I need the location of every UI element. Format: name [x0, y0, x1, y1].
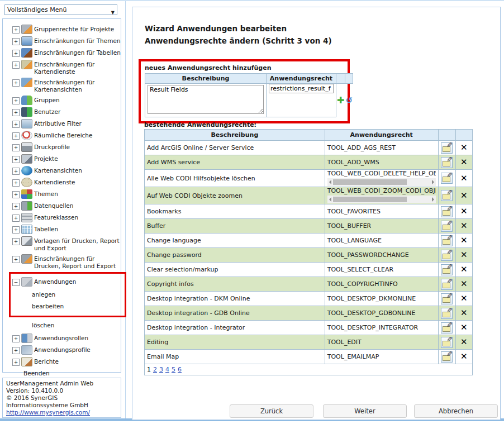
sidebar-item-label[interactable]: Einschränkungen für Tabellen — [34, 48, 121, 56]
expand-plus-icon[interactable]: + — [12, 26, 20, 34]
sidebar-item-label[interactable]: Einschränkungen für Drucken, Report und … — [34, 254, 121, 270]
sidebar-item-label[interactable]: Kartendienste — [34, 178, 75, 186]
expand-plus-icon[interactable]: + — [12, 132, 20, 140]
delete-icon[interactable]: ✕ — [460, 222, 468, 230]
expand-plus-icon[interactable]: + — [12, 359, 20, 366]
next-button[interactable]: Weiter — [323, 404, 407, 418]
edit-icon[interactable]: ✎ — [441, 190, 453, 201]
sidebar-subitem-anlegen[interactable]: anlegen — [11, 291, 125, 298]
expand-plus-icon[interactable]: + — [12, 144, 20, 151]
sidebar-item-einschränkungen-für-kartendienste[interactable]: +Einschränkungen für Kartendienste — [6, 60, 121, 75]
anwendungsrecht-input[interactable] — [269, 84, 334, 93]
sidebar-item-label[interactable]: Beenden — [7, 369, 50, 377]
edit-icon[interactable]: ✎ — [441, 173, 453, 184]
sidebar-item-beenden[interactable]: Beenden — [6, 369, 121, 377]
sidebar-item-label[interactable]: Attributive Filter — [34, 119, 82, 127]
horizontal-scrollbar[interactable] — [327, 178, 436, 186]
sidebar-item-label[interactable]: Projekte — [34, 154, 58, 163]
delete-icon[interactable]: ✕ — [460, 158, 468, 166]
sidebar-item-räumliche-bereiche[interactable]: +Räumliche Bereiche — [6, 131, 121, 140]
sidebar-item-benutzer[interactable]: +Benutzer — [6, 107, 121, 117]
edit-icon[interactable]: ✎ — [441, 264, 453, 275]
expand-plus-icon[interactable]: + — [12, 38, 20, 45]
sidebar-item-label[interactable]: Anwendungsrollen — [34, 334, 88, 342]
delete-icon[interactable]: ✕ — [460, 265, 468, 274]
edit-icon[interactable]: ✎ — [441, 322, 453, 334]
delete-icon[interactable]: ✕ — [460, 338, 468, 346]
scroll-left-icon[interactable] — [329, 197, 331, 202]
sidebar-item-label[interactable]: Datenquellen — [34, 201, 73, 209]
expand-plus-icon[interactable]: + — [12, 79, 20, 87]
delete-icon[interactable]: ✕ — [460, 309, 468, 317]
expand-plus-icon[interactable]: + — [12, 168, 20, 175]
sidebar-item-label[interactable]: Druckprofile — [34, 142, 70, 151]
beschreibung-textarea[interactable]: Result Fields — [148, 85, 264, 114]
sidebar-item-projekte[interactable]: +Projekte — [6, 154, 121, 164]
sidebar-item-label[interactable]: Anwendungsprofile — [34, 345, 91, 354]
sidebar-item-anwendungen[interactable]: −Anwendungen — [11, 277, 125, 287]
expand-plus-icon[interactable]: + — [12, 215, 20, 222]
delete-icon[interactable]: ✕ — [460, 144, 468, 152]
pagination-page-link[interactable]: 6 — [178, 366, 182, 373]
sidebar-item-label[interactable]: Benutzer — [34, 107, 60, 116]
edit-icon[interactable]: ✎ — [441, 206, 453, 217]
edit-icon[interactable]: ✎ — [441, 250, 453, 261]
delete-icon[interactable]: ✕ — [460, 294, 468, 303]
footer-link[interactable]: http://www.mysynergis.com/ — [6, 409, 90, 416]
expand-plus-icon[interactable]: + — [12, 109, 20, 116]
back-button[interactable]: Zurück — [230, 404, 313, 418]
sidebar-item-anwendungsrollen[interactable]: +Anwendungsrollen — [6, 334, 121, 343]
sidebar-item-label[interactable]: Einschränkungen für Kartenansichten — [34, 78, 121, 93]
sidebar-item-label[interactable]: Gruppenrechte für Projekte — [34, 25, 114, 33]
cancel-button[interactable]: Abbrechen — [414, 404, 498, 418]
expand-plus-icon[interactable]: + — [12, 335, 20, 342]
sidebar-item-druckprofile[interactable]: +Druckprofile — [6, 142, 121, 152]
pagination-page-link[interactable]: 3 — [159, 366, 163, 373]
delete-icon[interactable]: ✕ — [460, 236, 468, 245]
expand-plus-icon[interactable]: + — [12, 156, 20, 163]
delete-icon[interactable]: ✕ — [460, 207, 468, 216]
edit-icon[interactable]: ✎ — [441, 221, 453, 232]
sidebar-item-vorlagen-für-drucken-report-und-export[interactable]: +Vorlagen für Drucken, Report und Export — [6, 236, 121, 252]
sidebar-item-anwendungsprofile[interactable]: +Anwendungsprofile — [6, 345, 121, 355]
delete-icon[interactable]: ✕ — [460, 280, 468, 288]
delete-icon[interactable]: ✕ — [460, 192, 468, 200]
sidebar-subitem-bearbeiten[interactable]: bearbeiten — [11, 303, 125, 310]
expand-plus-icon[interactable]: + — [12, 226, 20, 234]
edit-icon[interactable]: ✎ — [441, 293, 453, 304]
delete-icon[interactable]: ✕ — [460, 251, 468, 259]
expand-plus-icon[interactable]: + — [12, 256, 20, 263]
edit-icon[interactable]: ✎ — [441, 142, 453, 154]
expand-plus-icon[interactable]: + — [12, 97, 20, 104]
sidebar-item-berichte[interactable]: +Berichte — [6, 357, 121, 366]
scrollbar-thumb[interactable] — [333, 179, 407, 185]
pagination-page-link[interactable]: 4 — [165, 366, 169, 373]
plus-icon[interactable]: ✚ — [337, 96, 344, 105]
scroll-right-icon[interactable] — [432, 197, 434, 202]
sidebar-item-label[interactable]: Anwendungen — [34, 277, 76, 285]
delete-icon[interactable]: ✕ — [460, 352, 468, 361]
sidebar-item-gruppen[interactable]: +Gruppen — [6, 96, 121, 105]
edit-icon[interactable]: ✎ — [441, 157, 453, 168]
scrollbar-thumb[interactable] — [333, 197, 407, 202]
pagination-page-link[interactable]: 2 — [153, 366, 157, 373]
expand-plus-icon[interactable]: + — [12, 179, 20, 187]
scroll-right-icon[interactable] — [432, 180, 434, 184]
sidebar-item-label[interactable]: Gruppen — [34, 96, 60, 104]
edit-icon[interactable]: ✎ — [441, 351, 453, 363]
sidebar-item-label[interactable]: Einschränkungen für Kartendienste — [34, 60, 121, 75]
sidebar-item-tabellen[interactable]: +Tabellen — [6, 225, 121, 234]
expand-plus-icon[interactable]: + — [12, 238, 20, 245]
horizontal-scrollbar[interactable] — [327, 196, 436, 203]
expand-plus-icon[interactable]: + — [12, 191, 20, 198]
menu-select[interactable]: Vollständiges Menü ▼ — [4, 4, 117, 15]
sidebar-item-label[interactable]: Themen — [34, 189, 58, 198]
edit-icon[interactable]: ✎ — [441, 337, 453, 348]
sidebar-item-label[interactable]: Räumliche Bereiche — [34, 131, 92, 139]
expand-plus-icon[interactable]: + — [12, 121, 20, 128]
sidebar-item-einschränkungen-für-kartenansichten[interactable]: +Einschränkungen für Kartenansichten — [6, 78, 121, 93]
expand-plus-icon[interactable]: + — [12, 203, 20, 210]
sidebar-item-einschränkungen-für-drucken-report-und-export[interactable]: +Einschränkungen für Drucken, Report und… — [6, 254, 121, 270]
expand-plus-icon[interactable]: + — [12, 50, 20, 57]
edit-icon[interactable]: ✎ — [441, 308, 453, 319]
